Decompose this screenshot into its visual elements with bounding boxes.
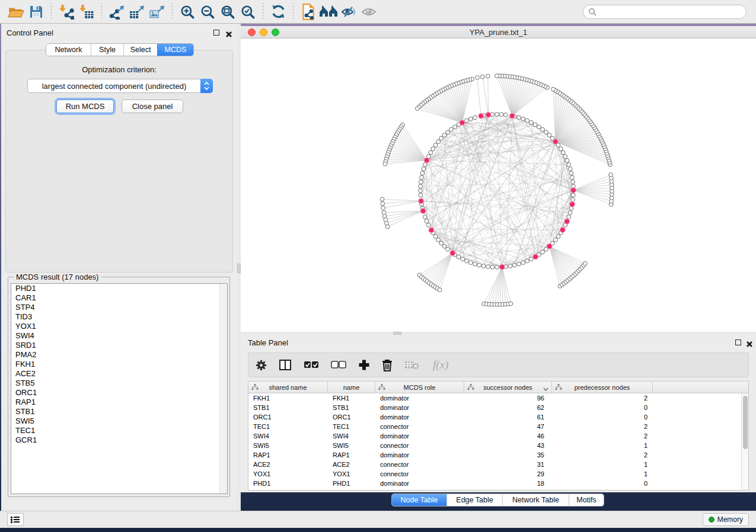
table-float-icon[interactable] xyxy=(735,339,741,345)
table-cell[interactable]: 2 xyxy=(552,431,653,441)
import-table-button[interactable] xyxy=(76,2,97,21)
dominator-node[interactable] xyxy=(420,209,426,214)
tab-select[interactable]: Select xyxy=(123,44,157,56)
column-layout-button[interactable] xyxy=(279,359,292,371)
tab-mcds[interactable]: MCDS xyxy=(157,44,193,56)
table-cell[interactable]: 2 xyxy=(552,393,653,403)
table-cell[interactable]: ACE2 xyxy=(328,460,375,469)
table-cell[interactable]: dominator xyxy=(375,412,464,422)
table-cell[interactable]: 46 xyxy=(464,431,552,441)
network-canvas[interactable] xyxy=(241,39,756,332)
tab-motifs[interactable]: Motifs xyxy=(569,494,604,506)
table-cell[interactable]: ORC1 xyxy=(328,412,375,422)
table-cell[interactable]: ORC1 xyxy=(248,412,328,422)
table-cell[interactable]: 0 xyxy=(552,479,653,488)
result-list-scrollbar[interactable] xyxy=(219,284,227,493)
dominator-node[interactable] xyxy=(564,219,570,225)
table-row[interactable]: FKH1FKH1dominator962 xyxy=(248,393,748,403)
table-cell[interactable]: ACE2 xyxy=(248,460,328,469)
mcds-result-item[interactable]: ORC1 xyxy=(11,388,227,398)
table-cell[interactable]: STB1 xyxy=(328,403,375,412)
table-settings-button[interactable] xyxy=(256,360,267,371)
table-cell[interactable]: dominator xyxy=(375,393,464,403)
select-all-columns-button[interactable] xyxy=(304,361,319,369)
show-graphics-button[interactable] xyxy=(359,2,379,21)
dominator-node[interactable] xyxy=(460,120,465,126)
table-row[interactable]: PHD1PHD1dominator180 xyxy=(248,479,748,488)
table-cell[interactable]: TEC1 xyxy=(328,422,375,431)
table-close-icon[interactable] xyxy=(746,339,753,347)
table-row[interactable]: RAP1RAP1dominator352 xyxy=(248,450,748,460)
tab-edge-table[interactable]: Edge Table xyxy=(446,494,502,506)
tab-node-table[interactable]: Node Table xyxy=(392,494,446,506)
zoom-fit-button[interactable] xyxy=(218,2,238,21)
mcds-result-list[interactable]: PHD1CAR1STP4TID3YOX1SWI4SRD1PMA2FKH1ACE2… xyxy=(11,283,228,494)
dominator-node[interactable] xyxy=(570,202,575,207)
export-table-button[interactable] xyxy=(127,2,147,21)
mcds-result-item[interactable]: TEC1 xyxy=(11,426,227,435)
mcds-result-item[interactable]: YOX1 xyxy=(11,322,227,331)
mcds-result-item[interactable]: STB1 xyxy=(11,407,227,416)
column-header-predecessor-nodes[interactable]: predecessor nodes xyxy=(552,382,653,393)
zoom-in-button[interactable] xyxy=(177,2,197,21)
table-scrollbar-thumb[interactable] xyxy=(743,396,748,449)
dominator-node[interactable] xyxy=(547,243,552,249)
dominator-node[interactable] xyxy=(560,227,566,233)
table-cell[interactable]: 1 xyxy=(552,469,653,479)
table-cell[interactable]: 0 xyxy=(552,412,653,422)
table-cell[interactable]: SWI4 xyxy=(328,431,375,441)
table-row[interactable]: TEC1TEC1connector472 xyxy=(248,422,748,431)
table-row[interactable]: ORC1ORC1dominator610 xyxy=(248,412,748,422)
table-scrollbar[interactable] xyxy=(741,393,748,490)
table-cell[interactable]: 96 xyxy=(464,393,552,403)
mcds-result-item[interactable]: PHD1 xyxy=(11,284,227,293)
export-image-button[interactable] xyxy=(147,2,167,21)
create-column-button[interactable] xyxy=(358,359,370,371)
table-cell[interactable]: 35 xyxy=(464,450,552,460)
table-cell[interactable]: dominator xyxy=(375,450,464,460)
table-cell[interactable]: SWI5 xyxy=(248,441,328,450)
dominator-node[interactable] xyxy=(499,264,505,270)
dominator-node[interactable] xyxy=(424,158,429,163)
table-cell[interactable]: 31 xyxy=(464,460,552,469)
table-cell[interactable]: YOX1 xyxy=(248,469,328,479)
mcds-result-item[interactable]: CAR1 xyxy=(11,293,227,303)
table-row[interactable]: SWI4SWI4dominator462 xyxy=(248,431,748,441)
table-cell[interactable]: connector xyxy=(375,441,464,450)
table-cell[interactable]: 0 xyxy=(552,403,653,412)
tab-network-table[interactable]: Network Table xyxy=(502,494,569,506)
table-cell[interactable]: PHD1 xyxy=(248,479,328,488)
dominator-node[interactable] xyxy=(450,251,455,256)
table-cell[interactable]: FKH1 xyxy=(328,393,375,403)
task-history-button[interactable] xyxy=(7,513,24,526)
mcds-result-item[interactable]: SRD1 xyxy=(11,341,227,350)
export-network-button[interactable] xyxy=(107,2,127,21)
mcds-result-item[interactable]: FKH1 xyxy=(11,360,227,369)
table-cell[interactable]: connector xyxy=(375,460,464,469)
column-header-MCDS-role[interactable]: MCDS role xyxy=(375,382,464,393)
dominator-node[interactable] xyxy=(509,113,515,118)
table-cell[interactable]: SWI5 xyxy=(328,441,375,450)
table-cell[interactable]: 62 xyxy=(464,403,552,412)
dominator-node[interactable] xyxy=(553,139,559,145)
apply-layout-button[interactable] xyxy=(268,2,288,21)
close-panel-button[interactable]: Close panel xyxy=(122,100,183,113)
table-cell[interactable]: RAP1 xyxy=(248,450,328,460)
table-cell[interactable]: dominator xyxy=(375,431,464,441)
share-file-button[interactable] xyxy=(298,2,318,21)
optimization-select[interactable]: largest connected component (undirected) xyxy=(27,79,213,93)
run-mcds-button[interactable]: Run MCDS xyxy=(56,100,114,113)
open-file-button[interactable] xyxy=(6,2,26,21)
table-cell[interactable]: FKH1 xyxy=(248,393,328,403)
table-cell[interactable]: SWI4 xyxy=(248,431,328,441)
mcds-result-item[interactable]: PMA2 xyxy=(11,350,227,360)
table-row[interactable]: SWI5SWI5connector431 xyxy=(248,441,748,450)
table-cell[interactable]: YOX1 xyxy=(328,469,375,479)
table-row[interactable]: YOX1YOX1connector291 xyxy=(248,469,748,479)
mcds-result-item[interactable]: TID3 xyxy=(11,312,227,322)
tab-style[interactable]: Style xyxy=(91,44,123,56)
network-overview-button[interactable] xyxy=(318,2,339,21)
search-input[interactable] xyxy=(596,7,746,16)
dominator-node[interactable] xyxy=(419,198,424,204)
float-panel-icon[interactable] xyxy=(213,30,219,36)
